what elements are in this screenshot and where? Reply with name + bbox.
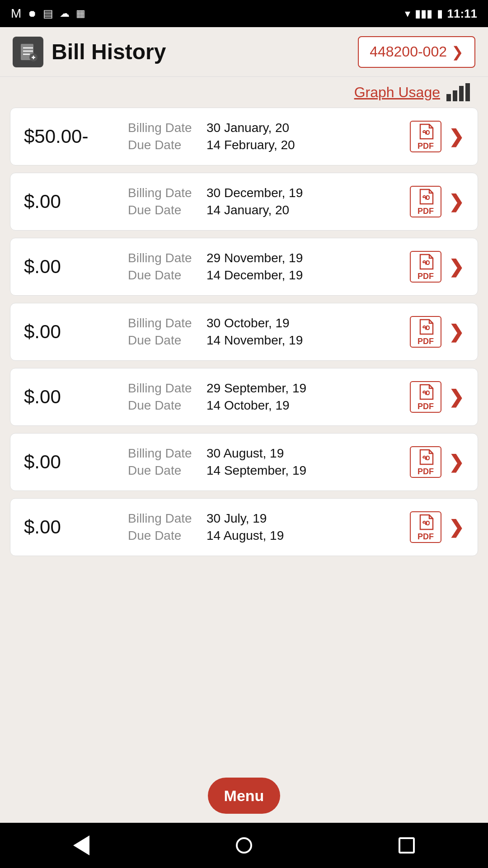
graph-usage-link[interactable]: Graph Usage — [354, 84, 440, 101]
billing-date-value: 30 December, 19 — [206, 186, 303, 200]
billing-date-label: Billing Date — [128, 251, 200, 265]
bill-dates: Billing Date 29 September, 19 Due Date 1… — [128, 381, 401, 413]
bill-actions: PDF ❯ — [410, 511, 464, 543]
bar-chart-icon — [446, 83, 470, 101]
due-date-value: 14 December, 19 — [206, 268, 303, 283]
sim-icon: ▤ — [43, 7, 53, 20]
pdf-icon[interactable]: PDF — [410, 446, 441, 478]
due-date-label: Due Date — [128, 268, 200, 283]
due-date-row: Due Date 14 October, 19 — [128, 398, 401, 413]
bill-item[interactable]: $50.00- Billing Date 30 January, 20 Due … — [10, 108, 478, 165]
due-date-label: Due Date — [128, 203, 200, 217]
item-chevron-icon: ❯ — [449, 256, 464, 277]
cloud-icon: ☁ — [60, 8, 70, 19]
home-button[interactable] — [236, 837, 252, 854]
bill-item[interactable]: $.00 Billing Date 29 September, 19 Due D… — [10, 368, 478, 426]
page-title: Bill History — [52, 39, 166, 64]
pdf-label: PDF — [418, 272, 434, 281]
due-date-row: Due Date 14 August, 19 — [128, 528, 401, 543]
bill-amount: $.00 — [24, 386, 119, 408]
billing-date-label: Billing Date — [128, 381, 200, 396]
pdf-icon[interactable]: PDF — [410, 186, 441, 217]
bill-list: $50.00- Billing Date 30 January, 20 Due … — [0, 108, 488, 868]
header: Bill History 448200-002 ❯ — [0, 27, 488, 77]
bill-dates: Billing Date 30 July, 19 Due Date 14 Aug… — [128, 511, 401, 543]
billing-date-row: Billing Date 29 November, 19 — [128, 251, 401, 265]
pdf-label: PDF — [418, 207, 434, 216]
signal-icon: ▮▮▮ — [415, 7, 432, 20]
pdf-icon[interactable]: PDF — [410, 381, 441, 413]
bill-dates: Billing Date 30 January, 20 Due Date 14 … — [128, 121, 401, 152]
account-button[interactable]: 448200-002 ❯ — [358, 36, 475, 68]
billing-date-value: 30 August, 19 — [206, 446, 284, 461]
bill-item[interactable]: $.00 Billing Date 30 December, 19 Due Da… — [10, 173, 478, 231]
item-chevron-icon: ❯ — [449, 517, 464, 538]
due-date-label: Due Date — [128, 528, 200, 543]
due-date-value: 14 November, 19 — [206, 333, 303, 348]
item-chevron-icon: ❯ — [449, 191, 464, 212]
billing-date-value: 29 November, 19 — [206, 251, 303, 265]
billing-date-row: Billing Date 30 January, 20 — [128, 121, 401, 135]
item-chevron-icon: ❯ — [449, 126, 464, 147]
pdf-icon[interactable]: PDF — [410, 316, 441, 348]
billing-date-row: Billing Date 30 October, 19 — [128, 316, 401, 330]
recents-button[interactable] — [399, 837, 415, 854]
due-date-value: 14 January, 20 — [206, 203, 289, 217]
bill-item[interactable]: $.00 Billing Date 30 August, 19 Due Date… — [10, 433, 478, 491]
due-date-row: Due Date 14 September, 19 — [128, 463, 401, 478]
bottom-nav — [0, 823, 488, 868]
due-date-row: Due Date 14 January, 20 — [128, 203, 401, 217]
bill-item[interactable]: $.00 Billing Date 29 November, 19 Due Da… — [10, 238, 478, 296]
billing-date-value: 30 October, 19 — [206, 316, 290, 330]
bill-dates: Billing Date 30 December, 19 Due Date 14… — [128, 186, 401, 217]
bill-item[interactable]: $.00 Billing Date 30 October, 19 Due Dat… — [10, 303, 478, 361]
menu-button[interactable]: Menu — [208, 778, 280, 814]
bill-actions: PDF ❯ — [410, 251, 464, 283]
back-icon — [73, 835, 89, 855]
wifi-icon: ▾ — [405, 7, 410, 20]
due-date-row: Due Date 14 February, 20 — [128, 138, 401, 152]
billing-date-value: 30 July, 19 — [206, 511, 267, 526]
bill-dates: Billing Date 29 November, 19 Due Date 14… — [128, 251, 401, 283]
due-date-row: Due Date 14 November, 19 — [128, 333, 401, 348]
pdf-label: PDF — [418, 467, 434, 476]
due-date-row: Due Date 14 December, 19 — [128, 268, 401, 283]
pdf-icon[interactable]: PDF — [410, 511, 441, 543]
bill-amount: $50.00- — [24, 126, 119, 147]
due-date-label: Due Date — [128, 463, 200, 478]
billing-date-label: Billing Date — [128, 316, 200, 330]
bill-actions: PDF ❯ — [410, 446, 464, 478]
item-chevron-icon: ❯ — [449, 387, 464, 407]
bill-dates: Billing Date 30 October, 19 Due Date 14 … — [128, 316, 401, 348]
pdf-icon[interactable]: PDF — [410, 251, 441, 283]
bill-actions: PDF ❯ — [410, 186, 464, 217]
bill-amount: $.00 — [24, 321, 119, 343]
bill-history-icon — [13, 37, 43, 67]
back-button[interactable] — [73, 835, 89, 855]
due-date-label: Due Date — [128, 138, 200, 152]
bill-actions: PDF ❯ — [410, 316, 464, 348]
item-chevron-icon: ❯ — [449, 321, 464, 342]
pdf-icon[interactable]: PDF — [410, 121, 441, 152]
bill-amount: $.00 — [24, 516, 119, 538]
menu-container: Menu — [208, 778, 280, 814]
bill-dates: Billing Date 30 August, 19 Due Date 14 S… — [128, 446, 401, 478]
bill-amount: $.00 — [24, 256, 119, 278]
battery-icon: ▮ — [437, 7, 443, 20]
clock: 11:11 — [447, 7, 478, 21]
bill-amount: $.00 — [24, 191, 119, 212]
header-left: Bill History — [13, 37, 166, 67]
recents-icon — [399, 837, 415, 854]
billing-date-row: Billing Date 29 September, 19 — [128, 381, 401, 396]
billing-date-row: Billing Date 30 December, 19 — [128, 186, 401, 200]
status-bar: M ⏺ ▤ ☁ ▦ ▾ ▮▮▮ ▮ 11:11 — [0, 0, 488, 27]
home-icon — [236, 837, 252, 854]
status-left-icons: M ⏺ ▤ ☁ ▦ — [11, 6, 85, 21]
record-icon: ⏺ — [28, 9, 37, 19]
billing-date-row: Billing Date 30 August, 19 — [128, 446, 401, 461]
billing-date-value: 29 September, 19 — [206, 381, 306, 396]
bill-item[interactable]: $.00 Billing Date 30 July, 19 Due Date 1… — [10, 498, 478, 556]
due-date-value: 14 September, 19 — [206, 463, 306, 478]
calendar-icon: ▦ — [76, 8, 85, 19]
billing-date-row: Billing Date 30 July, 19 — [128, 511, 401, 526]
